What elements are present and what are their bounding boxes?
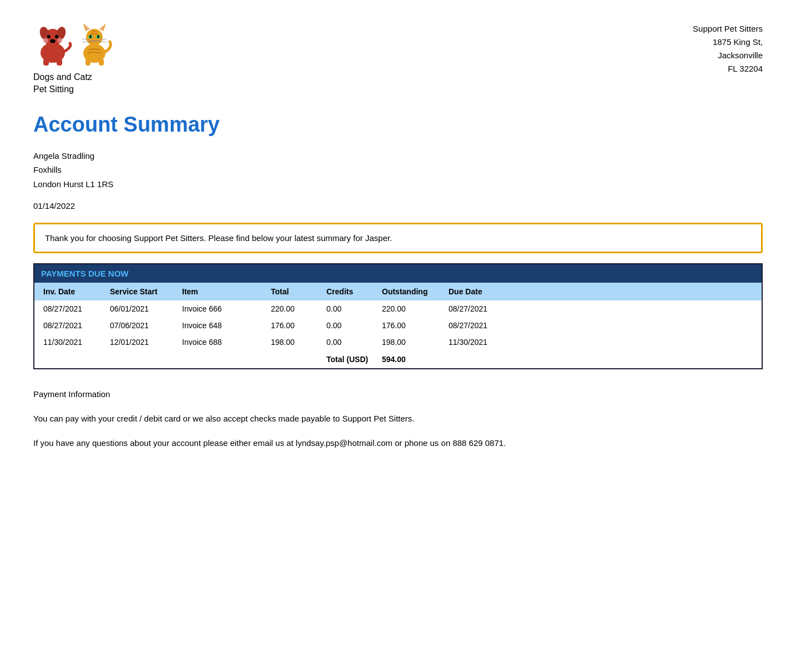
col-total: Total <box>269 286 324 297</box>
payment-info-section: Payment Information <box>33 389 763 399</box>
col-service-start: Service Start <box>108 286 180 297</box>
row3-outstanding: 198.00 <box>380 337 446 348</box>
document-date: 01/14/2022 <box>33 201 763 210</box>
row1-outstanding: 220.00 <box>380 303 446 314</box>
svg-rect-9 <box>43 59 49 66</box>
row1-inv-date: 08/27/2021 <box>41 303 108 314</box>
payments-table: PAYMENTS DUE NOW Inv. Date Service Start… <box>33 263 763 369</box>
row2-inv-date: 08/27/2021 <box>41 320 108 331</box>
table-row: 11/30/2021 12/01/2021 Invoice 688 198.00… <box>34 334 762 350</box>
row3-credits: 0.00 <box>324 337 380 348</box>
payment-contact-text: If you have any questions about your acc… <box>33 437 763 450</box>
svg-point-7 <box>43 38 48 43</box>
col-item: Item <box>180 286 269 297</box>
row2-item: Invoice 648 <box>180 320 269 331</box>
page-header: Dogs and Catz Pet Sitting Support Pet Si… <box>33 22 763 96</box>
row3-inv-date: 11/30/2021 <box>41 337 108 348</box>
svg-point-4 <box>47 35 51 38</box>
thank-you-box: Thank you for choosing Support Pet Sitte… <box>33 223 763 253</box>
dog-icon <box>33 22 72 67</box>
svg-rect-27 <box>99 59 104 66</box>
client-name: Angela Stradling <box>33 149 763 163</box>
row3-service-start: 12/01/2021 <box>108 337 180 348</box>
col-due-date: Due Date <box>446 286 513 297</box>
company-address: Support Pet Sitters 1875 King St, Jackso… <box>693 22 763 76</box>
row1-credits: 0.00 <box>324 303 380 314</box>
logo-section: Dogs and Catz Pet Sitting <box>33 22 113 96</box>
row3-total: 198.00 <box>269 337 324 348</box>
table-header-row: Inv. Date Service Start Item Total Credi… <box>34 283 762 300</box>
row1-item: Invoice 666 <box>180 303 269 314</box>
row2-outstanding: 176.00 <box>380 320 446 331</box>
total-value: 594.00 <box>380 354 446 365</box>
row1-service-start: 06/01/2021 <box>108 303 180 314</box>
row2-credits: 0.00 <box>324 320 380 331</box>
total-label: Total (USD) <box>324 354 380 365</box>
svg-rect-10 <box>57 59 62 66</box>
row1-due-date: 08/27/2021 <box>446 303 513 314</box>
svg-point-19 <box>90 35 92 38</box>
cat-icon <box>77 22 113 67</box>
page-title: Account Summary <box>33 113 763 137</box>
row2-due-date: 08/27/2021 <box>446 320 513 331</box>
svg-point-5 <box>55 35 58 38</box>
svg-point-6 <box>50 39 56 43</box>
row3-item: Invoice 688 <box>180 337 269 348</box>
row3-due-date: 11/30/2021 <box>446 337 513 348</box>
col-credits: Credits <box>324 286 380 297</box>
row2-service-start: 07/06/2021 <box>108 320 180 331</box>
thank-you-message: Thank you for choosing Support Pet Sitte… <box>45 233 392 243</box>
svg-point-20 <box>98 35 99 38</box>
table-row: 08/27/2021 07/06/2021 Invoice 648 176.00… <box>34 317 762 334</box>
col-inv-date: Inv. Date <box>41 286 108 297</box>
table-row: 08/27/2021 06/01/2021 Invoice 666 220.00… <box>34 300 762 317</box>
row2-total: 176.00 <box>269 320 324 331</box>
svg-point-8 <box>57 38 63 43</box>
table-total-row: Total (USD) 594.00 <box>34 350 762 368</box>
col-outstanding: Outstanding <box>380 286 446 297</box>
row1-total: 220.00 <box>269 303 324 314</box>
company-name: Dogs and Catz Pet Sitting <box>33 71 92 96</box>
payment-info-title: Payment Information <box>33 389 763 399</box>
table-section-title: PAYMENTS DUE NOW <box>34 264 762 283</box>
client-address1: Foxhills <box>33 163 763 177</box>
logo-animals <box>33 22 113 67</box>
client-address2: London Hurst L1 1RS <box>33 177 763 192</box>
svg-rect-26 <box>85 59 90 66</box>
payment-info-text1: You can pay with your credit / debit car… <box>33 412 763 425</box>
client-info: Angela Stradling Foxhills London Hurst L… <box>33 149 763 192</box>
